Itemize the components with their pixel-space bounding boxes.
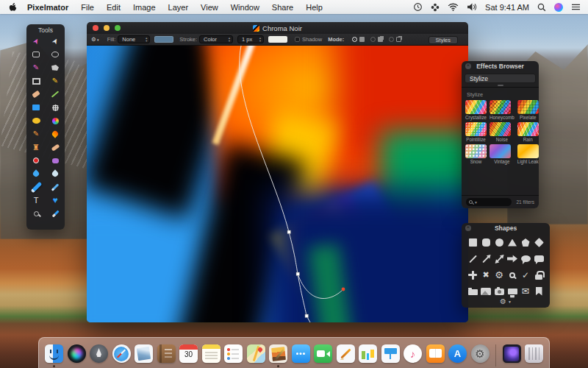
smudge-tool[interactable]	[49, 129, 62, 139]
shape-lock[interactable]	[534, 270, 545, 280]
sponge-tool[interactable]	[49, 155, 62, 166]
crop-tool[interactable]	[29, 76, 43, 86]
window-title-bar[interactable]: Chroma Noir	[87, 22, 468, 34]
menu-item-help[interactable]: Help	[306, 3, 323, 12]
shape-cross[interactable]: ✖	[481, 270, 492, 280]
shape-bookmark[interactable]	[534, 286, 545, 296]
shape-double-arrow[interactable]	[494, 254, 505, 263]
move-tool[interactable]: ➤	[29, 36, 43, 46]
polygon-lasso-tool[interactable]	[49, 63, 62, 73]
apple-menu-icon[interactable]	[9, 2, 17, 12]
menu-item-layer[interactable]: Layer	[168, 3, 189, 12]
panel-divider[interactable]	[462, 83, 539, 88]
shape-line[interactable]	[467, 254, 478, 263]
dock-icon-itunes[interactable]	[404, 344, 422, 363]
gear-icon[interactable]: ⚙ ▾	[91, 36, 99, 43]
rectangle-tool[interactable]	[29, 102, 43, 113]
effect-thumb-lightleak[interactable]	[517, 144, 539, 158]
mode-radio-outline[interactable]	[389, 37, 394, 42]
dock-icon-safari[interactable]	[112, 344, 131, 363]
dock-icon-contacts[interactable]	[157, 344, 176, 363]
shape-magnifier[interactable]	[507, 270, 518, 280]
shape-tool[interactable]: ♥	[49, 195, 62, 205]
effect-thumb-honeycomb[interactable]	[490, 100, 511, 114]
shape-envelope[interactable]: ✉	[520, 286, 531, 296]
time-machine-icon[interactable]	[413, 2, 423, 12]
dock-icon-system-preferences[interactable]	[471, 344, 490, 363]
shape-triangle[interactable]	[507, 238, 518, 247]
menu-item-window[interactable]: Window	[231, 3, 259, 12]
type-tool[interactable]: T	[29, 195, 43, 205]
effects-search-field[interactable]: ▼	[466, 198, 512, 206]
pencil-tool[interactable]: ✎	[49, 76, 62, 86]
effect-thumb-pixelate[interactable]	[517, 100, 539, 114]
menu-item-edit[interactable]: Edit	[107, 3, 121, 12]
dock-icon-numbers[interactable]	[359, 344, 377, 363]
art-brush-tool[interactable]	[49, 116, 62, 126]
menu-item-app[interactable]: Pixelmator	[27, 3, 68, 12]
minimize-button[interactable]	[104, 25, 110, 31]
menu-item-view[interactable]: View	[201, 3, 218, 12]
blur-tool[interactable]	[29, 169, 43, 179]
menu-bar-clock[interactable]: Sat 9:41 AM	[485, 3, 529, 12]
dock-icon-ibooks[interactable]	[426, 344, 445, 363]
shape-camera[interactable]	[494, 286, 505, 296]
mode-radio-normal[interactable]	[352, 37, 357, 42]
dock-icon-trash[interactable]	[525, 344, 543, 363]
effect-thumb-rain[interactable]	[517, 122, 539, 136]
path-anchor[interactable]	[296, 272, 300, 276]
fan-icon[interactable]	[431, 3, 440, 12]
shadow-checkbox[interactable]	[295, 37, 300, 42]
shape-folder[interactable]	[467, 286, 478, 296]
dock-icon-keynote[interactable]	[381, 344, 400, 363]
stroke-type-dropdown[interactable]: Color▲▼	[199, 35, 233, 43]
ellipse-tool[interactable]	[29, 116, 43, 126]
dock-icon-pages[interactable]	[337, 344, 355, 363]
dock-icon-launchpad[interactable]	[90, 344, 108, 363]
zoom-button[interactable]	[115, 25, 121, 31]
shape-speech-bubble-round[interactable]	[520, 254, 531, 263]
sharpen-tool[interactable]	[49, 169, 62, 179]
dock-icon-calendar[interactable]: 30	[179, 344, 198, 363]
ellipse-select-tool[interactable]	[49, 49, 62, 60]
effect-thumb-pointillize[interactable]	[465, 122, 487, 136]
rect-select-tool[interactable]	[29, 49, 43, 60]
mode-radio-duplicate[interactable]	[370, 37, 376, 42]
effects-category-dropdown[interactable]: Stylize	[465, 74, 536, 83]
pen-tool[interactable]	[29, 182, 43, 192]
dock-icon-pixelmator[interactable]	[269, 344, 287, 363]
menu-item-file[interactable]: File	[81, 3, 94, 12]
shape-rounded-square[interactable]	[481, 238, 492, 247]
effect-thumb-noise[interactable]	[490, 122, 511, 136]
shape-plus[interactable]	[467, 270, 478, 280]
dock-icon-facetime[interactable]	[314, 344, 332, 363]
volume-icon[interactable]	[467, 3, 477, 11]
fill-dropdown[interactable]: None▲▼	[118, 35, 150, 43]
dock-icon-mail[interactable]	[135, 344, 153, 363]
dock-icon-notes[interactable]	[202, 344, 220, 363]
pointer-tool[interactable]: ➤	[49, 36, 62, 46]
shape-speech-bubble-square[interactable]	[534, 254, 545, 263]
pen-path[interactable]	[87, 46, 468, 322]
brush-tool[interactable]: ✎	[29, 129, 43, 139]
stroke-width-stepper[interactable]: 1 px▲▼	[237, 35, 264, 43]
notification-center-icon[interactable]	[571, 3, 581, 11]
clone-stamp-tool[interactable]: ♜	[29, 142, 43, 152]
eyedropper-tool[interactable]	[49, 208, 62, 219]
path-anchor[interactable]	[287, 230, 291, 234]
spray-tool[interactable]	[49, 102, 62, 113]
shape-pentagon[interactable]	[520, 238, 531, 247]
zoom-tool[interactable]	[29, 208, 43, 219]
path-endpoint[interactable]	[342, 288, 345, 291]
dock-icon-maps[interactable]	[247, 344, 265, 363]
dock-icon-finder[interactable]	[45, 344, 63, 363]
line-tool[interactable]	[49, 89, 62, 99]
heal-tool[interactable]	[49, 142, 62, 152]
dock-icon-siri[interactable]	[68, 344, 86, 363]
canvas[interactable]	[87, 46, 468, 322]
close-button[interactable]	[93, 25, 98, 31]
freeform-pen-tool[interactable]	[49, 182, 62, 192]
lasso-tool[interactable]: ✎	[29, 63, 43, 73]
dock-icon-appstore[interactable]	[448, 344, 467, 363]
red-eye-tool[interactable]	[29, 155, 43, 166]
